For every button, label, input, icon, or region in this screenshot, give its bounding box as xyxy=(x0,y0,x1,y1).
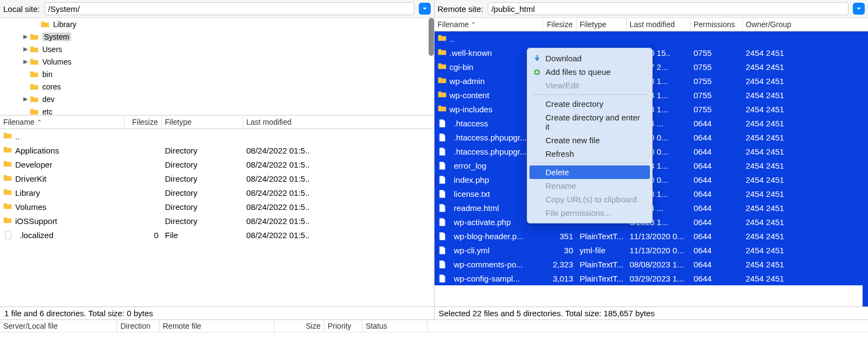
folder-icon xyxy=(3,146,12,155)
tree-item[interactable]: etc xyxy=(0,105,434,116)
file-row[interactable]: wp-comments-po...2,323PlainTextT...08/08… xyxy=(435,257,869,271)
file-name: readme.html xyxy=(454,203,499,213)
folder-icon xyxy=(29,107,39,116)
col-filesize[interactable]: Filesize xyxy=(543,18,577,31)
menu-refresh[interactable]: Refresh xyxy=(527,147,652,161)
folder-icon xyxy=(29,95,39,104)
local-pathbar: Local site: xyxy=(0,0,434,18)
disclosure-caret[interactable]: ▶ xyxy=(22,46,29,53)
tree-item-label: Users xyxy=(42,45,62,54)
panes: Local site: Library▶System▶Users▶Volumes… xyxy=(0,0,868,320)
local-filelist[interactable]: ..ApplicationsDirectory08/24/2022 01:5..… xyxy=(0,129,434,306)
col-filetype[interactable]: Filetype xyxy=(162,116,243,129)
qcol-priority[interactable]: Priority xyxy=(324,320,362,332)
file-row[interactable]: DriverKitDirectory08/24/2022 01:5.. xyxy=(0,171,434,186)
disclosure-caret[interactable]: ▶ xyxy=(22,33,29,40)
file-type: yml-file xyxy=(577,246,627,255)
file-name: .localized xyxy=(20,231,54,240)
file-row[interactable]: iOSSupportDirectory08/24/2022 01:5.. xyxy=(0,214,434,228)
menu-create-dir[interactable]: Create directory xyxy=(527,97,652,111)
menu-download[interactable]: Download xyxy=(527,52,652,65)
remote-filelist[interactable]: ...well-known3/2020 15..07552454 2451cgi… xyxy=(435,31,869,306)
scrollbar[interactable] xyxy=(429,18,434,56)
file-icon xyxy=(438,203,448,212)
file-name: .htaccess xyxy=(454,119,488,128)
qcol-size[interactable]: Size xyxy=(275,320,324,332)
transfer-queue: Server/Local file Direction Remote file … xyxy=(0,320,868,339)
file-size: 3,013 xyxy=(543,274,577,283)
file-row[interactable]: wp-config-sampl...3,013PlainTextT...03/2… xyxy=(435,271,869,285)
file-permissions: 0644 xyxy=(691,274,743,283)
file-permissions: 0644 xyxy=(691,119,743,128)
local-tree[interactable]: Library▶System▶Users▶Volumesbincores▶dev… xyxy=(0,18,434,116)
file-permissions: 0755 xyxy=(691,91,743,100)
folder-icon xyxy=(3,132,12,141)
tree-item-label: dev xyxy=(42,95,55,104)
local-headers: Filename⌃ Filesize Filetype Last modifie… xyxy=(0,116,434,129)
col-filesize[interactable]: Filesize xyxy=(125,116,162,129)
menu-rename: Rename xyxy=(527,179,652,193)
remote-path-dropdown[interactable] xyxy=(853,3,865,15)
menu-create-file[interactable]: Create new file xyxy=(527,133,652,147)
folder-icon xyxy=(40,20,50,29)
file-permissions: 0755 xyxy=(691,105,743,114)
file-row[interactable]: LibraryDirectory08/24/2022 01:5.. xyxy=(0,186,434,200)
local-path-dropdown[interactable] xyxy=(419,3,431,15)
col-owner[interactable]: Owner/Group xyxy=(743,18,802,31)
file-row[interactable]: ApplicationsDirectory08/24/2022 01:5.. xyxy=(0,143,434,157)
file-row[interactable]: wp-cli.yml30yml-file11/13/2020 0...06442… xyxy=(435,243,869,257)
col-lastmod[interactable]: Last modified xyxy=(627,18,691,31)
file-row[interactable]: DeveloperDirectory08/24/2022 01:5.. xyxy=(0,157,434,171)
file-name: wp-activate.php xyxy=(454,218,511,227)
col-filename[interactable]: Filename⌃ xyxy=(435,18,543,31)
local-path-input[interactable] xyxy=(44,2,414,15)
folder-icon xyxy=(29,33,39,41)
qcol-status[interactable]: Status xyxy=(362,320,427,332)
download-icon xyxy=(533,54,541,63)
file-permissions: 0644 xyxy=(691,218,743,227)
qcol-server[interactable]: Server/Local file xyxy=(0,320,117,332)
menu-separator xyxy=(532,94,648,95)
menu-add-queue[interactable]: Add files to queue xyxy=(527,65,652,79)
remote-path-input[interactable] xyxy=(488,2,848,15)
folder-icon xyxy=(438,34,446,43)
col-filetype[interactable]: Filetype xyxy=(577,18,627,31)
file-row[interactable]: .localized0File08/24/2022 01:5.. xyxy=(0,228,434,242)
file-row[interactable]: wp-blog-header.p...351PlainTextT...11/13… xyxy=(435,229,869,243)
col-permissions[interactable]: Permissions xyxy=(691,18,743,31)
col-filename[interactable]: Filename⌃ xyxy=(0,116,125,129)
file-name: wp-admin xyxy=(450,76,485,86)
disclosure-caret[interactable]: ▶ xyxy=(22,95,29,103)
file-size: 30 xyxy=(543,246,577,255)
file-size: 351 xyxy=(543,232,577,241)
file-row[interactable]: .. xyxy=(435,31,869,46)
tree-item[interactable]: ▶dev xyxy=(0,93,434,105)
file-row[interactable]: .. xyxy=(0,129,434,143)
local-pane: Local site: Library▶System▶Users▶Volumes… xyxy=(0,0,435,320)
file-owner: 2454 2451 xyxy=(743,91,802,100)
qcol-direction[interactable]: Direction xyxy=(117,320,159,332)
file-name: .. xyxy=(450,34,454,43)
file-icon xyxy=(438,274,448,283)
tree-item-label: cores xyxy=(42,82,61,91)
col-lastmod[interactable]: Last modified xyxy=(243,116,330,129)
file-permissions: 0644 xyxy=(691,189,743,199)
file-row[interactable]: VolumesDirectory08/24/2022 01:5.. xyxy=(0,200,434,214)
tree-item[interactable]: ▶Volumes xyxy=(0,55,434,68)
file-name: Developer xyxy=(15,160,52,169)
tree-item[interactable]: cores xyxy=(0,80,434,93)
menu-separator xyxy=(532,163,648,163)
tree-item[interactable]: Library xyxy=(0,18,434,30)
scrollbar[interactable] xyxy=(863,31,868,306)
qcol-remote[interactable]: Remote file xyxy=(159,320,275,332)
tree-item[interactable]: bin xyxy=(0,68,434,80)
tree-item[interactable]: ▶Users xyxy=(0,43,434,55)
file-owner: 2454 2451 xyxy=(743,62,802,72)
disclosure-caret[interactable]: ▶ xyxy=(22,58,29,65)
remote-headers: Filename⌃ Filesize Filetype Last modifie… xyxy=(435,18,869,31)
menu-delete[interactable]: Delete xyxy=(529,165,650,179)
file-type: Directory xyxy=(162,146,243,155)
tree-item-label: bin xyxy=(42,70,53,79)
tree-item[interactable]: ▶System xyxy=(0,30,434,43)
menu-create-dir-enter[interactable]: Create directory and enter it xyxy=(527,111,652,133)
